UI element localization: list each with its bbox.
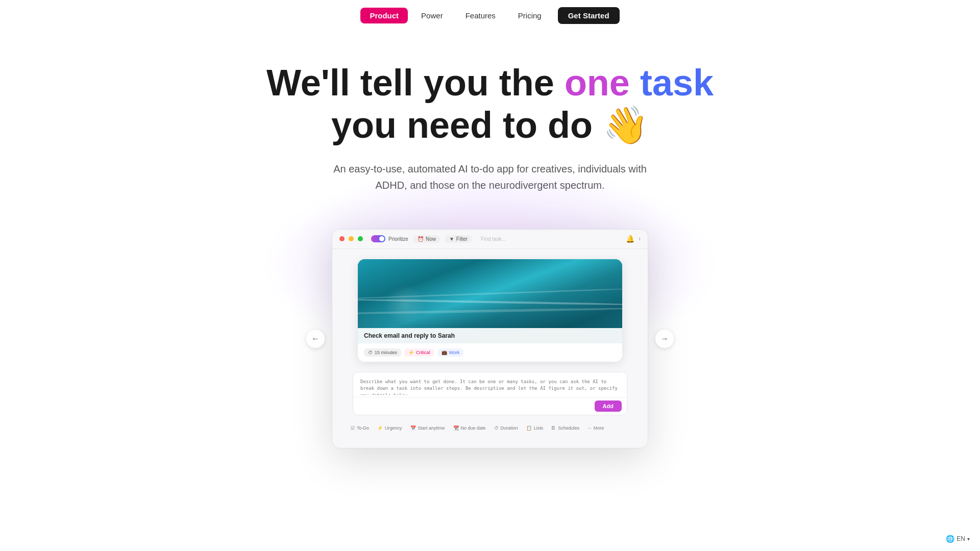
collapse-icon[interactable]: › xyxy=(639,235,641,242)
add-task-button[interactable]: Add xyxy=(595,400,622,412)
hero-title-end: you need to do 👋 xyxy=(331,105,649,145)
hero-subtitle: An easy-to-use, automated AI to-do app f… xyxy=(316,161,664,193)
mockup-container: ← Prioritize ⏰ Now xyxy=(0,229,980,448)
nav: Product Power Features Pricing Get Start… xyxy=(0,0,980,31)
bottom-item-schedules[interactable]: 🗓 Schedules xyxy=(551,425,579,431)
language-indicator[interactable]: 🌐 EN ▾ xyxy=(946,535,970,543)
task-label: Check email and reply to Sarah xyxy=(358,328,622,343)
input-row: Add xyxy=(353,397,627,415)
tag-work: 💼 Work xyxy=(437,348,464,357)
nav-item-power[interactable]: Power xyxy=(412,8,452,23)
titlebar-right: 🔔 › xyxy=(626,235,641,243)
carousel-right-arrow[interactable]: → xyxy=(655,330,674,348)
bottom-item-duration[interactable]: ⏱ Duration xyxy=(494,425,518,431)
titlebar-nav: Prioritize ⏰ Now ▼ Filter Find task... xyxy=(371,235,622,243)
filter-icon: ▼ xyxy=(449,236,454,242)
hero-title-task: task xyxy=(640,62,714,103)
hero-section: We'll tell you the one task you need to … xyxy=(0,31,980,229)
due-icon: 📆 xyxy=(453,425,459,431)
urgency-icon: ⚡ xyxy=(377,425,383,431)
bottom-item-lists[interactable]: 📋 Lists xyxy=(526,425,544,431)
bottom-item-due[interactable]: 📆 No due date xyxy=(453,425,486,431)
bottom-item-todo[interactable]: ☑ To-Do xyxy=(351,425,369,431)
duration-icon: ⏱ xyxy=(494,425,499,431)
titlebar-min-btn[interactable] xyxy=(349,236,354,241)
toggle-switch-icon[interactable] xyxy=(371,235,385,242)
tag-work-icon: 💼 xyxy=(442,350,447,355)
now-chip-icon: ⏰ xyxy=(418,236,424,242)
bottom-bar: ☑ To-Do ⚡ Urgency 📅 Start anytime 📆 No d… xyxy=(342,420,638,438)
start-icon: 📅 xyxy=(410,425,416,431)
nav-item-product[interactable]: Product xyxy=(360,8,408,23)
hero-title: We'll tell you the one task you need to … xyxy=(10,62,970,146)
carousel-left-arrow[interactable]: ← xyxy=(306,330,325,348)
titlebar-max-btn[interactable] xyxy=(358,236,363,241)
nav-item-pricing[interactable]: Pricing xyxy=(509,8,551,23)
task-card: Check email and reply to Sarah ⏱ 15 minu… xyxy=(358,259,622,362)
lang-chevron-icon: ▾ xyxy=(967,536,970,542)
task-image: Check email and reply to Sarah xyxy=(358,259,622,343)
lang-label: EN xyxy=(957,535,965,542)
tag-critical-icon: ⚡ xyxy=(408,350,414,355)
hero-title-one: one xyxy=(565,62,630,103)
now-chip[interactable]: ⏰ Now xyxy=(413,235,440,243)
more-icon: ··· xyxy=(587,425,592,431)
nav-item-features[interactable]: Features xyxy=(456,8,505,23)
filter-chip[interactable]: ▼ Filter xyxy=(445,235,472,243)
find-task-input[interactable]: Find task... xyxy=(477,235,622,243)
notification-icon[interactable]: 🔔 xyxy=(626,235,634,243)
bottom-item-urgency[interactable]: ⚡ Urgency xyxy=(377,425,402,431)
mockup-main-content: Check email and reply to Sarah ⏱ 15 minu… xyxy=(332,249,648,448)
tag-duration-icon: ⏱ xyxy=(368,350,373,355)
get-started-button[interactable]: Get Started xyxy=(558,7,620,24)
toggle-label: Prioritize xyxy=(388,236,408,242)
titlebar: Prioritize ⏰ Now ▼ Filter Find task... 🔔… xyxy=(332,230,648,249)
task-input-area: Add xyxy=(353,372,627,415)
task-description-input[interactable] xyxy=(353,372,627,395)
tag-critical: ⚡ Critical xyxy=(404,348,434,357)
task-tags: ⏱ 15 minutes ⚡ Critical 💼 Work xyxy=(358,343,622,362)
bottom-item-start[interactable]: 📅 Start anytime xyxy=(410,425,445,431)
app-window: Prioritize ⏰ Now ▼ Filter Find task... 🔔… xyxy=(332,229,648,448)
carousel-wrapper: ← Prioritize ⏰ Now xyxy=(306,229,674,448)
bottom-item-more[interactable]: ··· More xyxy=(587,425,604,431)
todo-icon: ☑ xyxy=(351,425,355,431)
prioritize-toggle[interactable]: Prioritize xyxy=(371,235,408,242)
titlebar-close-btn[interactable] xyxy=(339,236,345,241)
tag-duration: ⏱ 15 minutes xyxy=(364,348,401,357)
schedules-icon: 🗓 xyxy=(551,425,556,431)
globe-icon: 🌐 xyxy=(946,535,954,543)
hero-title-start: We'll tell you the xyxy=(266,62,554,103)
lists-icon: 📋 xyxy=(526,425,532,431)
